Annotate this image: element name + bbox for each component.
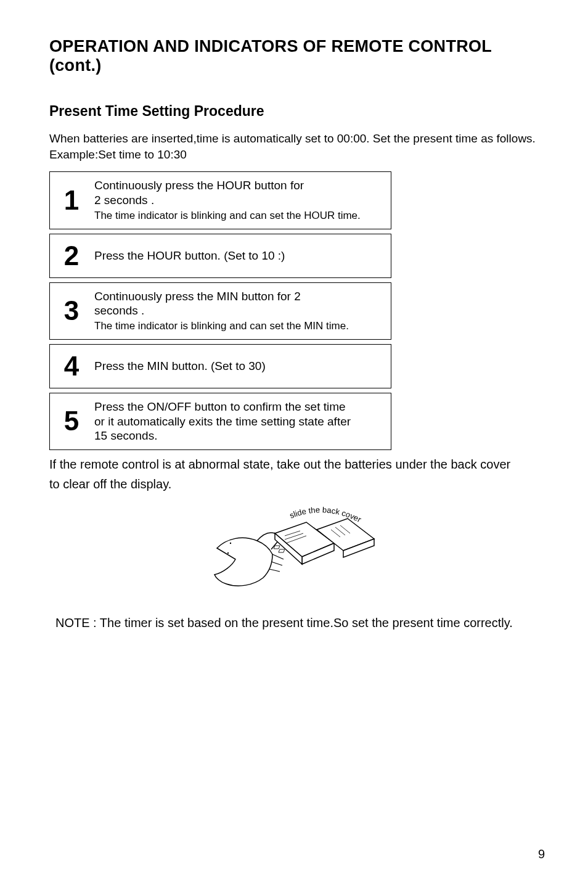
note-text: NOTE : The timer is set based on the pre… [55, 616, 545, 630]
svg-rect-3 [279, 549, 285, 552]
intro-text: When batteries are inserted,time is auto… [49, 131, 545, 162]
page-number: 9 [538, 847, 545, 861]
step-text: Continuously press the HOUR button for [94, 179, 304, 192]
step-text: Press the MIN button. (Set to 30) [94, 359, 266, 372]
step-body: Continuously press the HOUR button for 2… [93, 172, 391, 228]
step-2: 2 Press the HOUR button. (Set to 10 :) [49, 234, 391, 278]
step-number: 4 [50, 353, 93, 380]
step-text: Continuously press the MIN button for 2 [94, 290, 301, 303]
step-text: 15 seconds. [94, 429, 157, 442]
after-line1: If the remote control is at abnormal sta… [49, 457, 510, 471]
svg-rect-2 [274, 546, 280, 549]
step-body: Press the HOUR button. (Set to 10 :) [93, 242, 391, 269]
steps-list: 1 Continuously press the HOUR button for… [49, 171, 391, 450]
intro-line2: Example:Set time to 10:30 [49, 148, 187, 161]
step-body: Continuously press the MIN button for 2 … [93, 283, 391, 339]
section-heading: Present Time Setting Procedure [49, 103, 545, 120]
step-number: 3 [50, 297, 93, 324]
step-1: 1 Continuously press the HOUR button for… [49, 171, 391, 229]
step-subtext: The time indicator is blinking and can s… [94, 210, 361, 221]
step-body: Press the ON/OFF button to confirm the s… [93, 393, 391, 449]
step-number: 1 [50, 187, 93, 214]
svg-point-1 [227, 552, 229, 554]
after-steps-text: If the remote control is at abnormal sta… [49, 454, 545, 494]
step-3: 3 Continuously press the MIN button for … [49, 282, 391, 340]
step-body: Press the MIN button. (Set to 30) [93, 353, 391, 380]
slide-cover-illustration-icon: slide the back cover [211, 505, 383, 604]
step-number: 2 [50, 242, 93, 269]
step-number: 5 [50, 408, 93, 435]
after-line2: to clear off the display. [49, 477, 171, 491]
step-text: Press the HOUR button. (Set to 10 :) [94, 249, 285, 262]
remote-diagram: slide the back cover [49, 505, 545, 604]
step-text: 2 seconds . [94, 194, 154, 207]
page: OPERATION AND INDICATORS OF REMOTE CONTR… [0, 0, 588, 886]
step-text: Press the ON/OFF button to confirm the s… [94, 400, 346, 413]
step-text: seconds . [94, 304, 144, 317]
svg-point-0 [230, 543, 231, 544]
step-subtext: The time indicator is blinking and can s… [94, 320, 349, 332]
main-title: OPERATION AND INDICATORS OF REMOTE CONTR… [49, 37, 545, 75]
intro-line1: When batteries are inserted,time is auto… [49, 132, 536, 145]
step-4: 4 Press the MIN button. (Set to 30) [49, 344, 391, 388]
step-5: 5 Press the ON/OFF button to confirm the… [49, 393, 391, 450]
step-text: or it automatically exits the time setti… [94, 415, 351, 428]
